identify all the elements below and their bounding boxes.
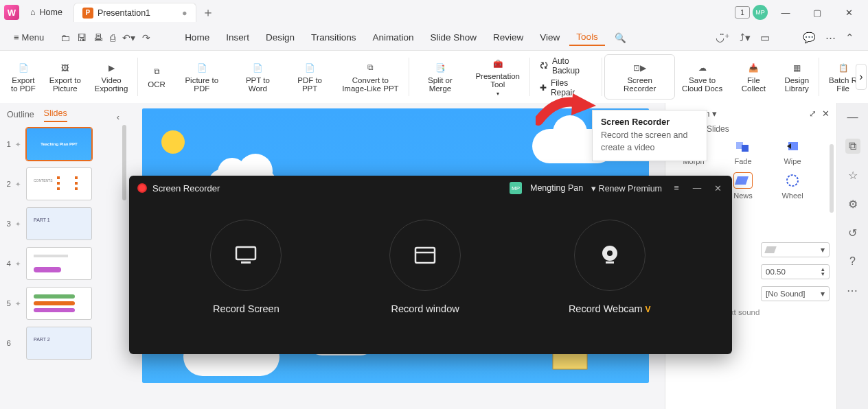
transition-wipe[interactable]: Wipe [771, 138, 814, 165]
favorite-icon[interactable]: ☆ [845, 167, 860, 183]
outline-tab[interactable]: Outline [7, 110, 34, 122]
svg-point-21 [787, 175, 798, 186]
menu-slideshow[interactable]: Slide Show [424, 30, 484, 45]
menu-animation[interactable]: Animation [365, 30, 420, 45]
menu-insert[interactable]: Insert [219, 30, 256, 45]
red-arrow-annotation [536, 91, 597, 128]
minimize-button[interactable]: — [770, 2, 801, 23]
transitions-panel-icon[interactable]: ⧉ [845, 139, 860, 154]
split-or-merge[interactable]: 📑Split or Merge [411, 51, 468, 103]
ribbon-scroll-right[interactable]: › [856, 64, 867, 90]
export-to-pdf[interactable]: 📄Export to PDF [4, 51, 43, 103]
tab-document[interactable]: P Presentation1 ● [73, 3, 196, 22]
export-to-picture[interactable]: 🖼Export to Picture [43, 51, 88, 103]
avatar[interactable]: MP [753, 5, 768, 20]
webcam-icon [598, 244, 621, 267]
history-icon[interactable]: ↺ [845, 225, 860, 240]
new-tab-button[interactable]: ＋ [199, 3, 217, 21]
menu-tools[interactable]: Tools [569, 29, 605, 46]
save-to-cloud-docs[interactable]: ☁Save to Cloud Docs [675, 51, 729, 103]
collapse-pane-icon[interactable]: ‹ [117, 112, 119, 122]
design-library[interactable]: ▦Design Library [777, 51, 816, 103]
window-count[interactable]: 1 [735, 6, 750, 19]
file-collect[interactable]: 📥File Collect [729, 51, 777, 103]
minimize-sidebar-icon[interactable]: — [845, 110, 860, 125]
preview-icon[interactable]: ⎙ [110, 32, 115, 43]
transition-fade[interactable]: Fade [722, 138, 764, 165]
speed-input[interactable]: 00.50▴▾ [761, 264, 830, 279]
tab-home[interactable]: ⌂ Home [22, 3, 71, 22]
convert-image-like-ppt[interactable]: ⧉Convert to Image-Like PPT [335, 51, 405, 103]
menu-review[interactable]: Review [486, 30, 530, 45]
undo-icon[interactable]: ↶▾ [122, 32, 135, 43]
record-window-option[interactable]: Record window [389, 220, 461, 314]
svg-text:CONTENTS: CONTENTS [34, 178, 53, 183]
help-icon[interactable]: ? [845, 254, 860, 269]
screen-recorder-button[interactable]: ⊡▶Screen Recorder [604, 54, 674, 100]
slide-thumb-3[interactable]: PART 1 [26, 207, 92, 240]
chat-icon[interactable]: 💬 [803, 32, 816, 44]
monitor-icon [234, 245, 258, 266]
search-icon[interactable]: 🔍 [608, 30, 633, 46]
video-exporting[interactable]: ▶Video Exporting [88, 51, 135, 103]
slide-thumb-1[interactable]: Teaching Plan PPT [26, 128, 92, 161]
recorder-user: Mengting Pan [530, 183, 583, 193]
redo-icon[interactable]: ↷ [142, 32, 150, 43]
maximize-button[interactable]: ▢ [802, 2, 832, 23]
more-icon[interactable]: ⋯ [825, 32, 836, 44]
settings-icon[interactable]: ⚙ [845, 196, 860, 211]
batch-icon: 📋 [836, 62, 851, 74]
picture-to-pdf[interactable]: 📄Picture to PDF [172, 51, 231, 103]
titlebar: W ⌂ Home P Presentation1 ● ＋ 1 MP — ▢ ✕ [0, 0, 868, 25]
app-logo: W [4, 5, 19, 20]
ocr[interactable]: ⧉OCR [141, 51, 172, 103]
screen-icon[interactable]: ▭ [760, 32, 770, 44]
auto-backup[interactable]: 🗘Auto Backup [540, 56, 592, 75]
slide-thumb-2[interactable]: CONTENTS [26, 167, 92, 200]
gallery-scrollbar[interactable] [830, 144, 834, 213]
print-icon[interactable]: 🖶 [93, 32, 103, 43]
slide-thumb-4[interactable] [26, 247, 92, 280]
slide-thumb-6[interactable]: PART 2 [26, 327, 92, 360]
presentation-tool[interactable]: 🧰Presentation Tool▾ [468, 51, 527, 103]
sound-select[interactable]: [No Sound]▾ [761, 286, 830, 301]
convert-icon: ⧉ [363, 62, 378, 74]
svg-rect-24 [415, 248, 435, 263]
open-icon[interactable]: 🗀 [60, 32, 70, 43]
renew-premium-link[interactable]: ▾ Renew Premium [591, 183, 662, 194]
right-sidebar: — ⧉ ☆ ⚙ ↺ ? ⋯ [836, 103, 868, 409]
record-screen-option[interactable]: Record Screen [210, 220, 282, 314]
menu-home[interactable]: Home [178, 30, 216, 45]
record-webcam-option[interactable]: Record WebcamV [569, 220, 651, 314]
svg-rect-2 [57, 182, 60, 185]
svg-rect-1 [57, 176, 60, 179]
effect-option-select[interactable]: ▾ [761, 242, 830, 257]
transition-wheel[interactable]: Wheel [771, 172, 814, 200]
more-sidebar-icon[interactable]: ⋯ [845, 283, 860, 298]
recorder-menu-icon[interactable]: ≡ [670, 183, 683, 193]
slides-tab[interactable]: Slides [44, 108, 67, 122]
menu-view[interactable]: View [533, 30, 567, 45]
toolbox-icon: 🧰 [490, 58, 505, 70]
record-dot-icon [137, 183, 147, 193]
account-icon[interactable]: ◡̈⁺ [716, 32, 730, 44]
menu-transitions[interactable]: Transitions [304, 30, 363, 45]
pdf-icon: 📄 [16, 62, 31, 74]
menu-design[interactable]: Design [259, 30, 301, 45]
save-icon[interactable]: 🖫 [77, 32, 87, 43]
close-button[interactable]: ✕ [834, 2, 864, 23]
close-panel-icon[interactable]: ✕ [822, 108, 830, 119]
slide-thumb-5[interactable] [26, 287, 92, 320]
collapse-ribbon-icon[interactable]: ⌃ [845, 32, 854, 44]
menu-button[interactable]: ≡Menu [8, 30, 49, 45]
pdf-to-ppt[interactable]: 📄PDF to PPT [284, 51, 335, 103]
tab-doc-label: Presentation1 [98, 8, 150, 18]
sun-shape [161, 130, 185, 154]
svg-rect-5 [75, 182, 78, 185]
ppt-to-word[interactable]: 📄PPT to Word [231, 51, 285, 103]
recorder-titlebar: Screen Recorder MP Mengting Pan ▾ Renew … [129, 176, 732, 200]
recorder-close-button[interactable]: ✕ [711, 183, 724, 194]
share-icon[interactable]: ⤴▾ [740, 32, 751, 44]
pin-icon[interactable]: ⤢ [809, 108, 816, 119]
recorder-minimize-button[interactable]: — [691, 183, 703, 193]
